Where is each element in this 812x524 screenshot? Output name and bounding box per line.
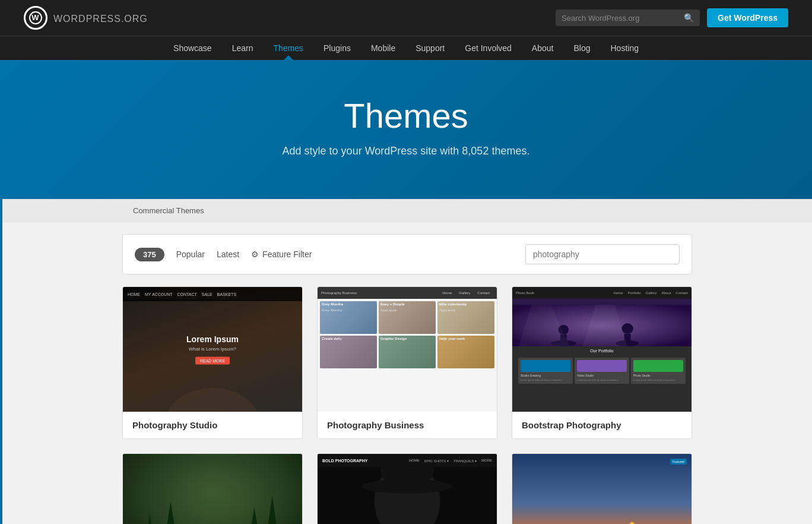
- site-header: W WordPress.org 🔍 Get WordPress: [0, 0, 812, 36]
- theme-preview-bootstrap-photography: Photo Book HomePortfolioGalleryAboutCont…: [512, 287, 692, 412]
- nav-plugins[interactable]: Plugins: [314, 36, 360, 60]
- theme-card-bootstrap-photography[interactable]: Photo Book HomePortfolioGalleryAboutCont…: [512, 286, 692, 439]
- nav-support[interactable]: Support: [406, 36, 454, 60]
- theme-card-photography-studio[interactable]: HOMEMY ACCOUNTCONTACTSALEBASKETS Lorem I…: [122, 286, 303, 439]
- nav-mobile[interactable]: Mobile: [361, 36, 405, 60]
- theme-search-input[interactable]: [525, 244, 680, 264]
- search-input[interactable]: [562, 14, 680, 23]
- site-logo[interactable]: W WordPress.org: [24, 6, 148, 30]
- nav-themes[interactable]: Themes: [264, 36, 313, 60]
- header-left: W WordPress.org: [24, 6, 148, 30]
- filter-bar: 375 Popular Latest ⚙ Feature Filter: [122, 234, 692, 274]
- main-content: 375 Popular Latest ⚙ Feature Filter HOME…: [2, 234, 812, 524]
- nav-learn[interactable]: Learn: [223, 36, 263, 60]
- svg-text:W: W: [31, 13, 39, 22]
- svg-point-2: [165, 388, 260, 412]
- nav-blog[interactable]: Blog: [564, 36, 600, 60]
- theme-card-photography-business[interactable]: Photography Business Home Gallery Contac…: [317, 286, 497, 439]
- latest-filter-button[interactable]: Latest: [217, 250, 239, 259]
- svg-point-8: [621, 323, 633, 334]
- commercial-themes-link[interactable]: Commercial Themes: [133, 206, 204, 215]
- hero-section: Themes Add style to your WordPress site …: [0, 60, 812, 199]
- nav-showcase[interactable]: Showcase: [164, 36, 221, 60]
- commercial-themes-bar: Commercial Themes: [2, 199, 812, 222]
- theme-card-bold-photography[interactable]: BOLD PHOTOGRAPHY HOME EPIC SHOTS ▾ TRANQ…: [317, 453, 497, 524]
- get-wordpress-button[interactable]: Get WordPress: [707, 8, 788, 27]
- theme-card-online-photography[interactable]: Online Photography Just Another Blog The…: [122, 453, 303, 524]
- theme-preview-online-photography: Online Photography Just Another Blog The…: [123, 454, 302, 524]
- hero-title: Themes: [24, 96, 788, 135]
- theme-preview-photography-business: Photography Business Home Gallery Contac…: [318, 287, 497, 412]
- theme-preview-photography-studio: HOMEMY ACCOUNTCONTACTSALEBASKETS Lorem I…: [123, 287, 302, 412]
- feature-filter-button[interactable]: ⚙ Feature Filter: [251, 250, 312, 259]
- theme-card-seaside-photography[interactable]: Featured Seasons Photography HOME PORTFO…: [512, 453, 692, 524]
- theme-preview-bold-photography: BOLD PHOTOGRAPHY HOME EPIC SHOTS ▾ TRANQ…: [318, 454, 497, 524]
- gear-icon: ⚙: [251, 250, 259, 259]
- search-button[interactable]: 🔍: [684, 13, 694, 23]
- nav-about[interactable]: About: [522, 36, 563, 60]
- themes-grid: HOMEMY ACCOUNTCONTACTSALEBASKETS Lorem I…: [122, 286, 692, 524]
- nav-hosting[interactable]: Hosting: [601, 36, 648, 60]
- theme-count-badge: 375: [135, 248, 164, 261]
- header-right: 🔍 Get WordPress: [556, 8, 788, 27]
- hero-subtitle: Add style to your WordPress site with 8,…: [24, 145, 788, 157]
- theme-name-bootstrap-photography: Bootstrap Photography: [512, 412, 692, 438]
- wp-logo-icon: W: [24, 6, 47, 30]
- svg-rect-22: [512, 454, 692, 524]
- search-box: 🔍: [556, 10, 700, 26]
- main-nav: Showcase Learn Themes Plugins Mobile Sup…: [0, 36, 812, 60]
- logo-text: WordPress.org: [53, 11, 148, 25]
- theme-preview-seaside-photography: Featured Seasons Photography HOME PORTFO…: [512, 454, 692, 524]
- page-wrapper: Commercial Themes 375 Popular Latest ⚙ F…: [0, 199, 812, 524]
- popular-filter-button[interactable]: Popular: [176, 250, 205, 259]
- theme-name-photography-business: Photography Business: [318, 412, 497, 438]
- nav-get-involved[interactable]: Get Involved: [455, 36, 521, 60]
- theme-name-photography-studio: Photography Studio: [123, 412, 302, 438]
